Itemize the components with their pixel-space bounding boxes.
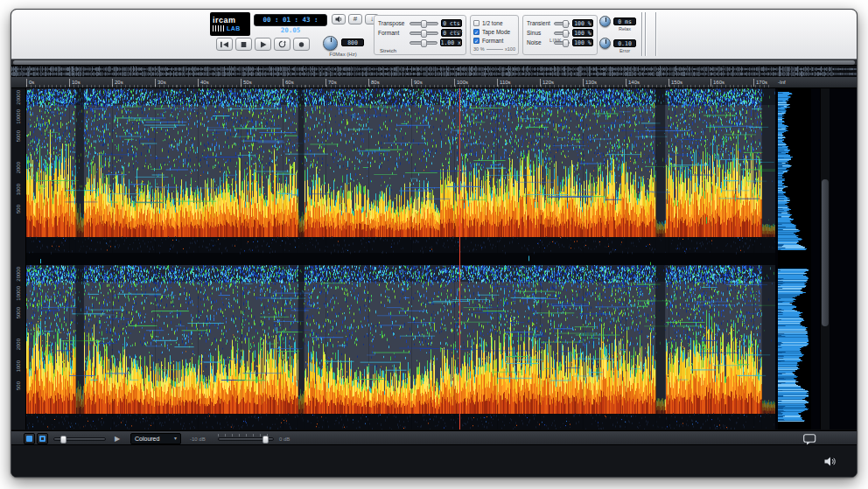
half-tone-label: 1/2 tone <box>482 20 503 26</box>
tape-mode-option[interactable]: Tape Mode <box>473 27 515 36</box>
freq-label: 1000 <box>15 184 23 195</box>
skip-start-button[interactable] <box>216 38 233 51</box>
sinus-label: Sinus <box>527 30 551 36</box>
transpose-label: Transpose <box>378 20 407 26</box>
display-play-icon[interactable]: ▶ <box>115 434 120 444</box>
transient-slider[interactable] <box>554 22 570 25</box>
error-knob[interactable] <box>599 38 611 49</box>
vertical-scrollbar[interactable] <box>820 88 830 430</box>
ruler-tick: 160s <box>710 79 724 87</box>
ruler-tick: 0s <box>26 79 34 87</box>
horizontal-scrollbar[interactable] <box>11 59 857 66</box>
freq-label: 10000 <box>15 109 23 124</box>
stretch-range: 30 % x100 <box>473 45 515 53</box>
db-slider[interactable] <box>218 437 274 441</box>
selection-tool-icon <box>26 436 32 442</box>
loop-icon <box>277 40 287 48</box>
dropdown-arrow-icon: ▾ <box>174 434 177 444</box>
ruler-tick: 150s <box>668 79 682 87</box>
speaker-icon <box>335 16 343 23</box>
formant-option[interactable]: Formant <box>473 36 515 45</box>
ruler-tick: 20s <box>112 79 123 87</box>
stretch-value: 1.00 x <box>440 38 462 46</box>
stretch-caption: Stretch <box>380 48 462 53</box>
pitch-link-label[interactable]: LINK <box>451 29 463 34</box>
frequency-axis: 20000 10000 5000 2000 1000 500 20000 100… <box>11 88 26 430</box>
time-display: 00 : 01 : 43 : 20.05 <box>254 14 327 26</box>
playhead-cursor[interactable] <box>459 88 460 430</box>
noise-label: Noise <box>527 39 551 45</box>
stretch-slider[interactable] <box>410 41 438 45</box>
freq-label: 20000 <box>15 90 23 105</box>
ruler-tick: 50s <box>241 79 252 87</box>
freq-label: 5000 <box>15 130 23 142</box>
transpose-value: 0 cts <box>441 19 462 27</box>
status-area <box>11 445 857 478</box>
ruler-tick: 170s <box>753 79 767 87</box>
zoom-slider-wrap <box>53 437 106 441</box>
sinus-slider[interactable] <box>554 31 570 35</box>
logo-barcode <box>213 25 225 31</box>
record-button[interactable] <box>293 38 310 51</box>
aux-buttons: # ↓ <box>332 14 379 24</box>
play-button[interactable] <box>255 38 271 51</box>
display-mode-value: Coloured <box>135 434 159 444</box>
play-icon <box>258 41 268 48</box>
half-tone-option[interactable]: 1/2 tone <box>473 18 515 27</box>
freq-label: 500 <box>15 205 23 213</box>
ruler-tick: 30s <box>155 79 166 87</box>
ruler-tick: 100s <box>454 79 468 87</box>
freq-label: 2000 <box>15 162 23 173</box>
freq-label: 10000 <box>15 286 23 301</box>
ruler-tick: 80s <box>368 79 380 87</box>
formant-checkbox[interactable] <box>473 38 480 44</box>
ruler-tick: 130s <box>583 79 597 87</box>
db-min-label: -10 dB <box>190 436 206 443</box>
db-slider-wrap <box>218 437 274 441</box>
time-ruler[interactable]: 0s 10s 20s 30s 40s 50s 60s 70s 80s 90s 1… <box>11 77 857 88</box>
zoom-tool-button[interactable] <box>37 433 48 444</box>
noise-value: 100 % <box>572 38 593 46</box>
freq-label: 1000 <box>15 360 23 372</box>
toolbar-separator <box>645 12 646 56</box>
zoom-tool-icon <box>39 436 46 442</box>
freq-label: 5000 <box>15 307 23 318</box>
half-tone-checkbox[interactable] <box>473 20 480 26</box>
ruler-tick: 140s <box>626 79 640 87</box>
display-mode-select[interactable]: Coloured ▾ <box>130 433 181 444</box>
remix-link-label[interactable]: LINK <box>550 38 562 43</box>
chat-bubble-icon <box>803 434 816 445</box>
formant-option-label: Formant <box>482 38 503 44</box>
loop-button[interactable] <box>274 38 290 51</box>
sharp-button[interactable]: # <box>348 14 362 24</box>
vertical-scrollbar-thumb[interactable] <box>822 179 829 326</box>
freq-label: 2000 <box>15 339 23 350</box>
formant-slider[interactable] <box>410 31 438 35</box>
relax-knob[interactable] <box>599 16 611 27</box>
stretch-range-min: 30 % <box>473 46 485 52</box>
f0max-knob[interactable] <box>323 36 338 51</box>
horizontal-scrollbar-thumb[interactable] <box>13 60 855 65</box>
spectrogram-canvas[interactable] <box>26 88 775 430</box>
formant-label: Formant <box>378 30 407 36</box>
stretch-range-line <box>486 49 504 50</box>
ruler-db-label: -Inf <box>778 79 786 87</box>
tape-mode-checkbox[interactable] <box>473 29 480 35</box>
ruler-tick: 120s <box>540 79 554 87</box>
transpose-slider[interactable] <box>410 22 438 25</box>
zoom-slider[interactable] <box>53 437 106 441</box>
stop-button[interactable] <box>235 38 252 51</box>
stretch-range-max: x100 <box>505 46 515 52</box>
main-content: 0s 10s 20s 30s 40s 50s 60s 70s 80s 90s 1… <box>11 59 857 478</box>
overview-canvas[interactable] <box>11 66 857 77</box>
selection-tool-button[interactable] <box>24 433 35 444</box>
f0max-label: F0Max (Hz) <box>316 52 370 57</box>
spectrogram-area: 20000 10000 5000 2000 1000 500 20000 100… <box>11 88 857 430</box>
monitor-button[interactable] <box>332 14 346 24</box>
audio-output-button[interactable] <box>824 454 836 470</box>
transport-controls <box>216 38 310 51</box>
logo-ircam-text: ircam <box>213 16 248 24</box>
transient-label: Transient <box>527 20 551 26</box>
ruler-tick: 90s <box>411 79 423 87</box>
app-window: ircam LAB 00 : 01 : 43 : 20.05 # ↓ <box>10 9 858 478</box>
